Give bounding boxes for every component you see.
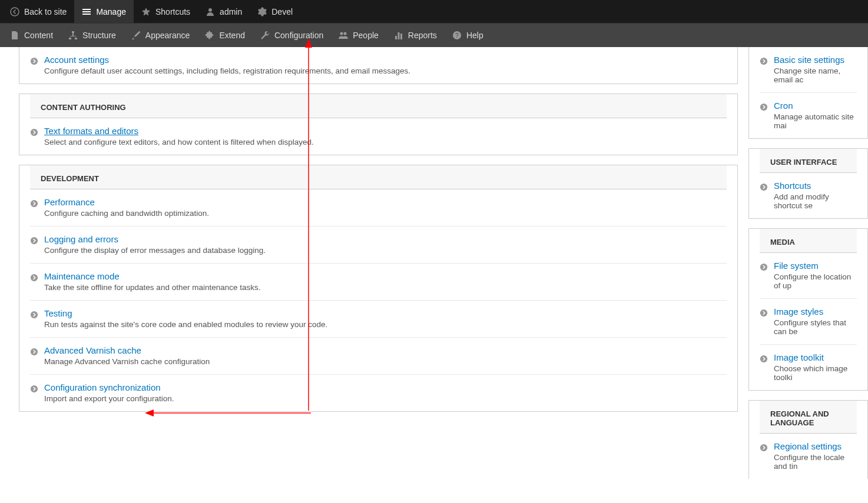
config-item-link[interactable]: Text formats and editors [44, 126, 138, 136]
nav-content-label: Content [24, 31, 53, 40]
config-item-link[interactable]: Basic site settings [774, 55, 844, 65]
barchart-icon [394, 31, 403, 40]
shortcuts-button[interactable]: Shortcuts [134, 0, 198, 24]
config-item-desc: Import and export your configuration. [44, 394, 727, 403]
nav-structure-label: Structure [82, 31, 116, 40]
config-item-desc: Change site name, email ac [774, 66, 857, 84]
nav-extend[interactable]: Extend [197, 24, 253, 47]
config-item: Image toolkit Choose which image toolki [760, 345, 857, 390]
config-item-link[interactable]: Regional settings [774, 441, 842, 451]
nav-help[interactable]: ? Help [445, 24, 491, 47]
nav-reports-label: Reports [408, 31, 437, 40]
config-item-link[interactable]: Advanced Varnish cache [44, 345, 141, 355]
svg-point-15 [760, 104, 767, 111]
nav-appearance[interactable]: Appearance [124, 24, 198, 47]
manage-label: Manage [96, 7, 126, 16]
admin-user-button[interactable]: admin [198, 0, 250, 24]
svg-point-8 [31, 200, 38, 207]
devel-button[interactable]: Devel [250, 0, 300, 24]
nav-reports[interactable]: Reports [386, 24, 445, 47]
panel-development: DEVELOPMENT Performance Configure cachin… [19, 165, 738, 412]
config-item: Maintenance mode Take the site offline f… [30, 264, 727, 301]
panel-header: USER INTERFACE [760, 149, 857, 173]
config-item-link[interactable]: Configuration synchronization [44, 382, 161, 392]
panel-header: CONTENT AUTHORING [30, 94, 727, 118]
toolbar-admin: Content Structure Appearance Extend Conf… [0, 24, 868, 47]
chevron-right-icon [30, 385, 38, 393]
config-item: Image styles Configure styles that can b… [760, 299, 857, 345]
svg-point-6 [31, 58, 38, 65]
nav-configuration[interactable]: Configuration [253, 24, 331, 47]
config-item-desc: Configure caching and bandwidth optimiza… [44, 209, 727, 218]
config-item-link[interactable]: Testing [44, 308, 72, 318]
nav-configuration-label: Configuration [274, 31, 323, 40]
config-item-desc: Run tests against the site's core code a… [44, 320, 727, 329]
config-item-link[interactable]: Cron [774, 101, 793, 111]
chevron-right-icon [760, 355, 768, 363]
config-item: Testing Run tests against the site's cor… [30, 301, 727, 338]
page-body: Account settings Configure default user … [0, 47, 868, 488]
config-item-link[interactable]: Shortcuts [774, 181, 811, 191]
config-item-desc: Configure the location of up [774, 272, 857, 290]
panel-system: Basic site settings Change site name, em… [748, 47, 868, 139]
svg-point-19 [760, 355, 767, 362]
svg-point-16 [760, 184, 767, 191]
nav-content[interactable]: Content [2, 24, 61, 47]
config-item: Text formats and editors Select and conf… [30, 118, 727, 155]
nav-structure[interactable]: Structure [61, 24, 124, 47]
config-item-desc: Select and configure text editors, and h… [44, 138, 727, 146]
people-icon [339, 31, 348, 40]
nav-people[interactable]: People [331, 24, 386, 47]
config-item-link[interactable]: Image toolkit [774, 352, 824, 362]
admin-label: admin [220, 7, 242, 16]
back-to-site-label: Back to site [24, 7, 67, 16]
sitemap-icon [68, 31, 78, 40]
chevron-left-circle-icon [10, 7, 19, 16]
panel-content-authoring: CONTENT AUTHORING Text formats and edito… [19, 94, 738, 155]
config-item-advanced-varnish: Advanced Varnish cache Manage Advanced V… [30, 338, 727, 375]
panel-people: Account settings Configure default user … [19, 47, 738, 84]
config-item-link[interactable]: Logging and errors [44, 234, 118, 244]
toolbar-top: Back to site Manage Shortcuts admin Deve… [0, 0, 868, 24]
paintbrush-icon [131, 31, 141, 40]
svg-point-20 [760, 444, 767, 451]
config-item-desc: Configure styles that can be [774, 318, 857, 336]
svg-point-11 [31, 311, 38, 318]
nav-people-label: People [353, 31, 379, 40]
chevron-right-icon [30, 128, 38, 136]
star-icon [141, 7, 151, 16]
config-item-link[interactable]: Image styles [774, 307, 823, 317]
document-icon [10, 31, 19, 40]
config-item: Basic site settings Change site name, em… [760, 47, 857, 93]
config-item-link[interactable]: Performance [44, 197, 95, 207]
chevron-right-icon [760, 444, 768, 452]
back-to-site-button[interactable]: Back to site [2, 0, 74, 24]
chevron-right-icon [760, 57, 768, 65]
chevron-right-icon [30, 199, 38, 208]
main-column: Account settings Configure default user … [0, 47, 738, 488]
config-item-link[interactable]: Account settings [44, 55, 109, 65]
svg-point-3 [344, 32, 347, 35]
config-item: File system Configure the location of up [760, 253, 857, 299]
svg-point-9 [31, 237, 38, 244]
chevron-right-icon [30, 236, 38, 245]
shortcuts-label: Shortcuts [155, 7, 190, 16]
config-item: Cron Manage automatic site mai [760, 93, 857, 138]
config-item-link[interactable]: File system [774, 261, 819, 271]
chevron-right-icon [30, 348, 38, 356]
wrench-icon [260, 31, 270, 40]
config-item-link[interactable]: Maintenance mode [44, 271, 120, 281]
svg-point-1 [208, 8, 212, 12]
panel-media: MEDIA File system Configure the location… [748, 228, 868, 391]
panel-header: DEVELOPMENT [30, 165, 727, 189]
panel-header: REGIONAL AND LANGUAGE [760, 401, 857, 434]
svg-point-14 [760, 58, 767, 65]
chevron-right-icon [760, 309, 768, 317]
config-item-desc: Configure default user account settings,… [44, 66, 727, 75]
manage-button[interactable]: Manage [74, 0, 134, 24]
chevron-right-icon [760, 263, 768, 271]
config-item: Performance Configure caching and bandwi… [30, 189, 727, 226]
config-item-desc: Manage Advanced Varnish cache configurat… [44, 357, 727, 366]
hamburger-icon [82, 7, 91, 16]
svg-point-18 [760, 309, 767, 317]
